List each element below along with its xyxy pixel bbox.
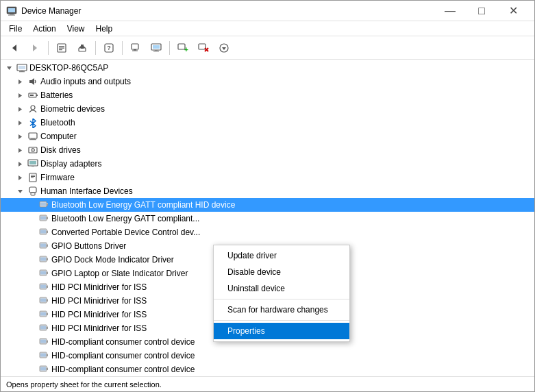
tree-expand-icon[interactable] xyxy=(14,117,25,128)
toolbar-sep-1 xyxy=(48,41,49,55)
tree-expand-icon[interactable] xyxy=(25,227,36,238)
tree-expand-icon[interactable] xyxy=(25,364,36,375)
svg-marker-4 xyxy=(12,45,16,51)
tree-item-icon-batteries xyxy=(27,90,38,101)
tree-expand-icon[interactable] xyxy=(25,309,36,320)
svg-marker-36 xyxy=(18,93,22,98)
toolbar-help-btn[interactable]: ? xyxy=(99,39,119,57)
context-menu-item-update-driver[interactable]: Update driver xyxy=(214,247,349,264)
context-menu-item-properties[interactable]: Properties xyxy=(214,323,349,339)
tree-expand-icon[interactable] xyxy=(25,295,36,306)
tree-item-hid2[interactable]: Bluetooth Low Energy GATT compliant... xyxy=(1,212,534,225)
svg-rect-32 xyxy=(21,71,23,71)
tree-item-firmware[interactable]: Firmware xyxy=(1,171,534,184)
svg-marker-12 xyxy=(79,45,86,48)
tree-item-batteries[interactable]: Batteries xyxy=(1,88,534,102)
tree-expand-icon[interactable] xyxy=(25,213,36,224)
context-menu: Update driverDisable deviceUninstall dev… xyxy=(213,245,350,342)
svg-rect-106 xyxy=(47,340,48,341)
svg-rect-59 xyxy=(31,177,34,178)
tree-item-label: Audio inputs and outputs xyxy=(40,77,131,86)
minimize-button[interactable]: — xyxy=(434,1,466,21)
status-bar: Opens property sheet for the current sel… xyxy=(1,376,534,391)
tree-item-icon-hid5 xyxy=(38,254,49,265)
tree-expand-icon[interactable] xyxy=(25,241,36,252)
tree-expand-icon[interactable] xyxy=(14,172,25,183)
menu-view[interactable]: View xyxy=(62,23,90,35)
tree-expand-icon[interactable] xyxy=(25,350,36,361)
tree-item-label: HID-compliant consumer control device xyxy=(51,365,195,374)
tree-expand-icon[interactable] xyxy=(25,268,36,279)
tree-item-icon-root xyxy=(16,62,27,73)
tree-item-hid1[interactable]: Bluetooth Low Energy GATT compliant HID … xyxy=(1,198,534,212)
tree-expand-icon[interactable] xyxy=(25,254,36,265)
tree-expand-icon[interactable] xyxy=(14,90,25,101)
tree-expand-icon[interactable] xyxy=(25,199,36,210)
context-menu-item-scan-hardware[interactable]: Scan for hardware changes xyxy=(214,302,349,318)
svg-text:?: ? xyxy=(107,45,111,51)
toolbar-properties-btn[interactable] xyxy=(52,39,71,57)
svg-marker-29 xyxy=(7,66,12,70)
svg-marker-40 xyxy=(18,107,22,112)
toolbar-sep-4 xyxy=(169,41,170,55)
tree-item-audio[interactable]: Audio inputs and outputs xyxy=(1,75,534,88)
toolbar-monitor-btn[interactable] xyxy=(147,39,166,57)
tree-expand-icon[interactable] xyxy=(25,282,36,293)
context-menu-item-uninstall-device[interactable]: Uninstall device xyxy=(214,280,349,297)
tree-item-hid12[interactable]: HID-compliant consumer control device xyxy=(1,349,534,363)
tree-expand-icon[interactable] xyxy=(14,186,25,197)
tree-expand-icon[interactable] xyxy=(14,145,25,156)
tree-item-label: Human Interface Devices xyxy=(40,186,133,196)
svg-rect-94 xyxy=(47,299,48,299)
tree-item-hid[interactable]: Human Interface Devices xyxy=(1,184,534,198)
close-button[interactable]: ✕ xyxy=(497,1,529,21)
tree-expand-icon[interactable] xyxy=(14,131,25,142)
menu-file[interactable]: File xyxy=(3,23,27,35)
svg-marker-42 xyxy=(18,121,22,125)
tree-expand-icon[interactable] xyxy=(14,76,25,87)
tree-item-label: Bluetooth xyxy=(40,118,75,127)
toolbar-sep-2 xyxy=(95,41,96,55)
tree-expand-icon[interactable] xyxy=(3,62,14,73)
tree-item-hid3[interactable]: Converted Portable Device Control dev... xyxy=(1,225,534,239)
svg-rect-2 xyxy=(10,14,14,15)
toolbar-down-btn[interactable] xyxy=(214,39,234,57)
toolbar-add-btn[interactable]: + xyxy=(173,39,192,57)
menu-help[interactable]: Help xyxy=(90,23,119,35)
context-menu-item-disable-device[interactable]: Disable device xyxy=(214,264,349,280)
tree-expand-icon[interactable] xyxy=(25,336,36,347)
svg-rect-46 xyxy=(29,139,36,140)
toolbar-scan-btn[interactable] xyxy=(126,39,145,57)
svg-rect-62 xyxy=(31,193,35,195)
tree-item-hid13[interactable]: HID-compliant consumer control device xyxy=(1,363,534,376)
tree-item-disk[interactable]: Disk drives xyxy=(1,143,534,157)
tree-item-computer[interactable]: Computer xyxy=(1,130,534,143)
tree-expand-icon[interactable] xyxy=(25,323,36,334)
toolbar-update-driver-btn[interactable] xyxy=(73,39,92,57)
tree-item-icon-hid8 xyxy=(38,295,49,306)
tree-item-bluetooth[interactable]: Bluetooth xyxy=(1,116,534,130)
tree-item-icon-firmware xyxy=(27,172,38,183)
tree-item-display[interactable]: Display adapters xyxy=(1,157,534,171)
tree-expand-icon[interactable] xyxy=(14,103,25,114)
tree-item-label: HID PCI Minidriver for ISS xyxy=(51,282,147,292)
tree-item-root[interactable]: DESKTOP-86QC5AP xyxy=(1,61,534,75)
window-title: Device Manager xyxy=(21,6,434,16)
tree-item-label: HID-compliant consumer control device xyxy=(51,351,195,360)
svg-rect-88 xyxy=(40,285,46,289)
svg-rect-66 xyxy=(47,203,48,204)
context-menu-separator xyxy=(214,320,349,321)
app-icon xyxy=(6,5,17,16)
tree-item-icon-bluetooth xyxy=(27,117,38,128)
toolbar-back-btn[interactable] xyxy=(5,39,24,57)
tree-expand-icon[interactable] xyxy=(14,158,25,169)
svg-marker-5 xyxy=(33,45,37,51)
tree-item-biometric[interactable]: Biometric devices xyxy=(1,102,534,116)
svg-rect-33 xyxy=(19,71,25,72)
maximize-button[interactable]: □ xyxy=(466,1,497,21)
menu-action[interactable]: Action xyxy=(27,23,61,35)
toolbar-remove-btn[interactable] xyxy=(194,39,213,57)
svg-marker-28 xyxy=(222,47,226,50)
svg-rect-45 xyxy=(31,138,35,139)
toolbar-forward-btn[interactable] xyxy=(25,39,45,57)
